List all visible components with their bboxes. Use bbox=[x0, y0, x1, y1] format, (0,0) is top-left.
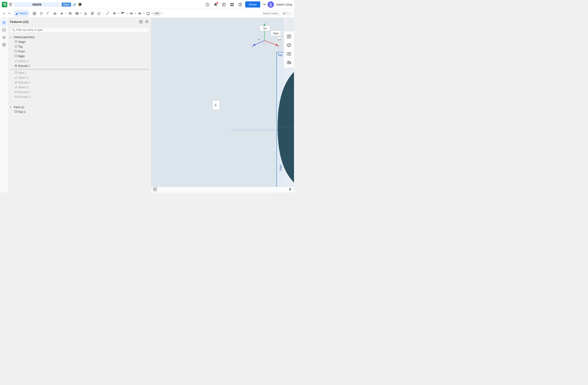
loft-tool[interactable] bbox=[89, 10, 96, 17]
sketch-button[interactable]: Sketch bbox=[14, 10, 29, 17]
panel-collapse-button[interactable] bbox=[213, 101, 219, 110]
svg-point-23 bbox=[91, 12, 93, 13]
sidebar-item-variables[interactable] bbox=[1, 42, 7, 48]
svg-rect-80 bbox=[287, 52, 289, 55]
part-icon bbox=[15, 110, 17, 113]
svg-rect-74 bbox=[280, 40, 281, 41]
list-item[interactable]: Extrude 3 bbox=[8, 90, 151, 94]
default-geometry-header[interactable]: ▾ Default geometry bbox=[8, 35, 151, 40]
sketch-icon bbox=[15, 76, 17, 79]
list-item[interactable]: Sketch 2 bbox=[8, 75, 151, 80]
status-left[interactable] bbox=[153, 187, 157, 192]
symmetry-dropdown[interactable]: ▾ bbox=[111, 10, 119, 17]
boolean-tool[interactable] bbox=[67, 10, 73, 17]
toolbar-separator-3 bbox=[103, 11, 104, 16]
history-icon[interactable] bbox=[144, 19, 149, 24]
circle-tool[interactable] bbox=[38, 10, 44, 17]
viewport-label-top: Top bbox=[278, 53, 282, 57]
doc-name-input[interactable]: 00009 bbox=[14, 2, 60, 7]
list-item[interactable]: Sketch 3 bbox=[8, 85, 151, 90]
measure-tool[interactable] bbox=[104, 10, 111, 17]
add-feature-icon[interactable] bbox=[138, 19, 143, 24]
features-header-icons bbox=[138, 19, 149, 24]
plane-icon bbox=[15, 54, 17, 58]
sidebar-item-history[interactable] bbox=[1, 34, 7, 41]
svg-point-17 bbox=[40, 12, 42, 15]
grid-icon[interactable] bbox=[229, 1, 235, 8]
svg-rect-51 bbox=[15, 96, 17, 97]
sidebar-item-features[interactable] bbox=[1, 20, 7, 26]
plane-tool[interactable] bbox=[96, 10, 102, 17]
svg-text:Y: Y bbox=[265, 22, 267, 24]
svg-point-89 bbox=[290, 189, 291, 190]
user-name-label: Jiawei Liang bbox=[276, 3, 292, 6]
svg-point-32 bbox=[131, 13, 133, 14]
svg-text:Right: Right bbox=[273, 32, 278, 35]
transform-dropdown[interactable]: ▾ bbox=[59, 10, 66, 17]
fillet-tool[interactable] bbox=[45, 10, 51, 17]
view-cube-container: Y Z X ◀ ▶ Top Right ▾ bbox=[251, 20, 283, 50]
list-item[interactable]: Extrude 1 bbox=[8, 63, 151, 68]
svg-rect-49 bbox=[15, 82, 17, 83]
extrude-tool[interactable] bbox=[52, 10, 58, 17]
list-item[interactable]: Extrude 2 bbox=[8, 80, 151, 85]
right-toolbar bbox=[284, 31, 294, 68]
render-button[interactable] bbox=[31, 10, 38, 17]
list-item[interactable]: Sketch 1 bbox=[8, 59, 151, 63]
view-cube-svg: Y Z X ◀ ▶ Top Right ▾ bbox=[251, 20, 283, 50]
search-tools-input[interactable] bbox=[261, 11, 293, 16]
drag-handle[interactable] bbox=[10, 69, 149, 70]
versions-icon[interactable] bbox=[204, 1, 210, 8]
hamburger-icon[interactable]: ☰ bbox=[9, 2, 12, 7]
plane-icon bbox=[15, 45, 17, 48]
right-tool-properties[interactable] bbox=[285, 32, 293, 41]
mate-dropdown[interactable]: ▾ bbox=[128, 10, 136, 17]
svg-point-43 bbox=[16, 41, 16, 42]
list-item[interactable]: Right bbox=[8, 54, 151, 59]
extrude-icon bbox=[15, 95, 17, 98]
help-button[interactable]: ? ▾ bbox=[262, 3, 266, 6]
list-item[interactable]: Extrude 4 bbox=[8, 94, 151, 99]
list-item[interactable]: Top bbox=[8, 44, 151, 49]
filter-input[interactable] bbox=[16, 28, 147, 31]
user-avatar[interactable] bbox=[268, 1, 274, 8]
shell-dropdown[interactable]: ▾ bbox=[74, 10, 82, 17]
link-icon[interactable]: 🔗 bbox=[72, 3, 76, 6]
view-dropdown[interactable]: ▾ bbox=[137, 10, 145, 17]
status-right[interactable] bbox=[288, 187, 292, 192]
svg-rect-15 bbox=[33, 12, 36, 15]
svg-rect-47 bbox=[15, 66, 17, 66]
undo-button[interactable]: ↩ bbox=[1, 10, 6, 17]
documents-icon[interactable] bbox=[221, 1, 227, 8]
filter-row: 🔍 bbox=[8, 26, 151, 34]
display-dropdown[interactable]: ▾ bbox=[145, 10, 153, 17]
viewport[interactable]: Top Right bbox=[151, 18, 294, 192]
right-tool-section[interactable] bbox=[285, 50, 293, 58]
redo-button[interactable]: ↪ bbox=[7, 10, 12, 17]
filter-input-container[interactable]: 🔍 bbox=[10, 27, 149, 33]
list-item[interactable]: Origin bbox=[8, 40, 151, 44]
share-button[interactable]: Share bbox=[245, 1, 260, 7]
right-tool-camera[interactable] bbox=[285, 58, 293, 67]
patterns-dropdown[interactable]: ▾ bbox=[120, 10, 128, 17]
svg-point-84 bbox=[288, 62, 290, 63]
draft-tool[interactable] bbox=[82, 10, 89, 17]
list-item[interactable]: Front bbox=[8, 49, 151, 54]
parts-header[interactable]: ▾ Parts (1) bbox=[8, 105, 151, 110]
features-panel: Features (12) 🔍 bbox=[8, 18, 151, 192]
right-tool-3d-view[interactable] bbox=[285, 41, 293, 49]
extrude-icon bbox=[15, 64, 17, 68]
sidebar-item-comments[interactable] bbox=[1, 27, 7, 33]
graduate-icon[interactable]: 🎓 bbox=[78, 2, 82, 7]
branch-tag[interactable]: Main bbox=[62, 2, 71, 7]
list-item[interactable]: Part 1 bbox=[8, 110, 151, 114]
notifications-icon[interactable] bbox=[212, 1, 219, 8]
help-community-icon[interactable] bbox=[237, 1, 243, 8]
main-layout: Features (12) 🔍 bbox=[0, 18, 294, 192]
toolbar: ↩ ↪ Sketch ▾ bbox=[0, 9, 294, 18]
onshape-logo bbox=[2, 2, 7, 7]
section-toggle: ▾ bbox=[10, 36, 13, 39]
svg-rect-35 bbox=[147, 12, 149, 14]
list-item[interactable]: Fillet 1 bbox=[8, 70, 151, 75]
am-label[interactable]: Am bbox=[153, 11, 161, 16]
